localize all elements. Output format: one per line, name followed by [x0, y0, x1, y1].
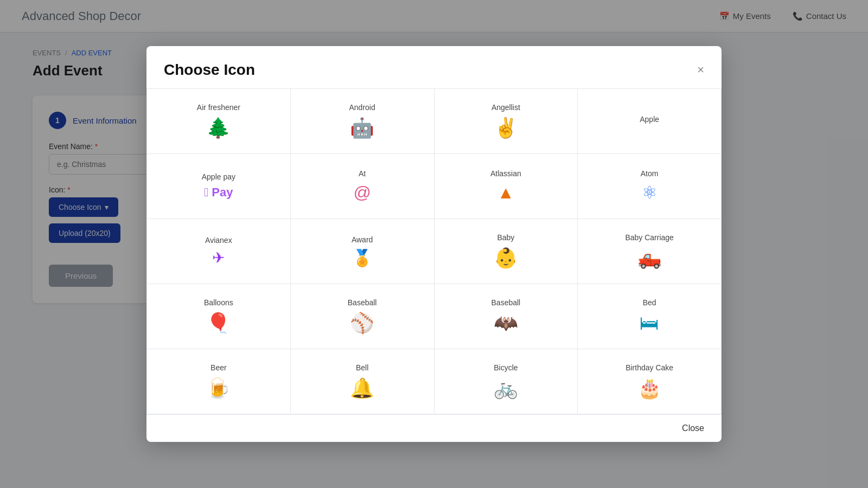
- modal-header: Choose Icon ×: [146, 46, 722, 89]
- icon-cell-symbol: 🎈: [206, 311, 231, 335]
- icon-cell-label: Baseball: [348, 298, 377, 307]
- choose-icon-modal: Choose Icon × Air freshener🌲Android🤖Ange…: [146, 46, 722, 442]
- icon-cell-label: Baseball: [492, 298, 521, 307]
- icon-cell-label: Atlassian: [490, 169, 521, 178]
- icon-cell[interactable]: Android🤖: [291, 89, 435, 154]
- icon-cell-label: Bell: [356, 363, 368, 372]
- icon-cell[interactable]: At@: [291, 154, 435, 219]
- icon-cell-label: Beer: [210, 363, 227, 372]
- icon-cell[interactable]: Baseball🦇: [435, 284, 578, 349]
- icon-cell-label: Avianex: [205, 236, 232, 245]
- modal-footer-close-button[interactable]: Close: [682, 423, 704, 433]
- modal-overlay: Choose Icon × Air freshener🌲Android🤖Ange…: [0, 0, 868, 488]
- icon-cell-symbol: ⚾: [350, 311, 374, 335]
- modal-footer: Close: [146, 414, 722, 442]
- icon-cell-label: Baby Carriage: [625, 233, 674, 242]
- icon-cell-symbol: 🛻: [637, 246, 662, 269]
- icon-cell-label: Air freshener: [197, 103, 240, 112]
- icon-cell-symbol: 🏅: [352, 248, 372, 268]
- icon-cell-symbol: ✌️: [494, 116, 518, 139]
- icon-cell-symbol: ⚛: [642, 182, 658, 203]
- icon-cell-symbol: 🚲: [494, 376, 518, 400]
- icon-cell[interactable]: Apple pay Pay: [147, 154, 291, 219]
- icon-cell-label: Award: [352, 235, 373, 244]
- icon-cell[interactable]: Bicycle🚲: [435, 349, 578, 414]
- icon-cell-symbol: 🦇: [494, 311, 518, 335]
- icon-cell[interactable]: Angellist✌️: [435, 89, 578, 154]
- icon-cell[interactable]: Atom⚛: [578, 154, 722, 219]
- icon-cell-symbol: 🍺: [206, 376, 231, 400]
- modal-close-button[interactable]: ×: [697, 64, 704, 76]
- icon-cell-label: Atom: [641, 169, 659, 178]
- icon-cell-label: Balloons: [204, 298, 233, 307]
- icon-cell[interactable]: Avianex✈: [147, 219, 291, 284]
- icon-cell-label: Bicycle: [494, 363, 518, 372]
- icon-cell[interactable]: Air freshener🌲: [147, 89, 291, 154]
- icon-cell-symbol: 👶: [494, 246, 518, 269]
- icon-cell-label: Bed: [643, 298, 656, 307]
- icon-cell[interactable]: Apple: [578, 89, 722, 154]
- icon-cell-symbol: ▲: [497, 182, 515, 203]
- icon-cell-label: Android: [349, 103, 375, 112]
- icon-cell-symbol: 🎂: [637, 376, 662, 400]
- icon-cell[interactable]: Baby Carriage🛻: [578, 219, 722, 284]
- icon-cell-label: Angellist: [492, 103, 520, 112]
- icon-cell-symbol: 🔔: [350, 376, 374, 400]
- icon-cell-symbol:  Pay: [204, 185, 233, 200]
- icon-cell[interactable]: Balloons🎈: [147, 284, 291, 349]
- icon-cell-symbol: 🛏: [640, 311, 659, 335]
- icon-cell[interactable]: Bell🔔: [291, 349, 435, 414]
- icon-cell[interactable]: Baseball⚾: [291, 284, 435, 349]
- icon-grid: Air freshener🌲Android🤖Angellist✌️AppleAp…: [146, 89, 722, 414]
- icon-cell[interactable]: Baby👶: [435, 219, 578, 284]
- icon-cell[interactable]: Bed🛏: [578, 284, 722, 349]
- icon-cell-label: Birthday Cake: [626, 363, 673, 372]
- icon-cell-label: Apple: [640, 115, 659, 124]
- modal-title: Choose Icon: [164, 61, 255, 79]
- icon-cell-symbol: 🌲: [206, 116, 231, 139]
- icon-cell-label: At: [359, 169, 366, 178]
- icon-cell-label: Apple pay: [202, 172, 235, 181]
- icon-cell-symbol: ✈: [212, 249, 225, 267]
- icon-cell-symbol: @: [353, 182, 371, 203]
- modal-body[interactable]: Air freshener🌲Android🤖Angellist✌️AppleAp…: [146, 89, 722, 414]
- icon-cell[interactable]: Beer🍺: [147, 349, 291, 414]
- icon-cell[interactable]: Birthday Cake🎂: [578, 349, 722, 414]
- icon-cell[interactable]: Award🏅: [291, 219, 435, 284]
- icon-cell-symbol: 🤖: [350, 116, 374, 139]
- icon-cell-label: Baby: [497, 233, 514, 242]
- icon-cell[interactable]: Atlassian▲: [435, 154, 578, 219]
